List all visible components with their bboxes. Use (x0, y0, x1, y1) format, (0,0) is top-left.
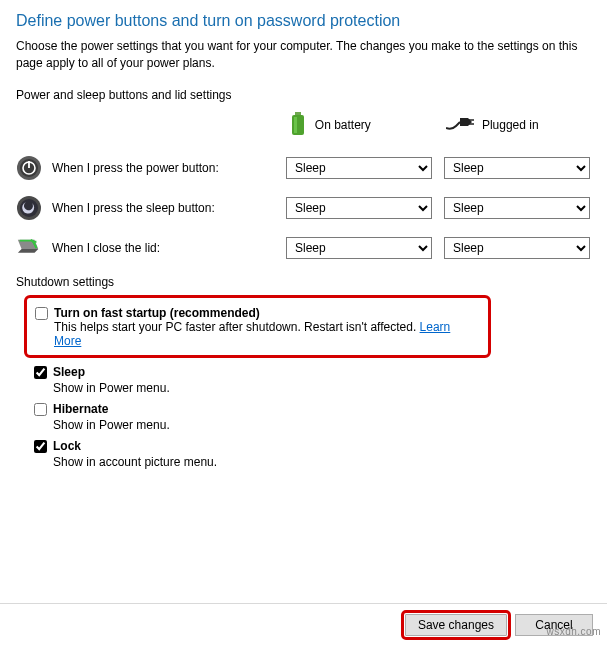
sleep-sub: Show in Power menu. (16, 381, 591, 399)
sleep-button-battery-select[interactable]: Sleep (286, 197, 432, 219)
power-button-plugged-select[interactable]: Sleep (444, 157, 590, 179)
power-button-icon (16, 155, 42, 181)
svg-rect-0 (295, 112, 301, 115)
row-lid-label: When I close the lid: (52, 241, 160, 255)
sleep-label: Sleep (53, 365, 85, 379)
shutdown-settings-label: Shutdown settings (16, 275, 591, 289)
sleep-button-plugged-select[interactable]: Sleep (444, 197, 590, 219)
save-changes-button[interactable]: Save changes (405, 614, 507, 636)
lid-plugged-select[interactable]: Sleep (444, 237, 590, 259)
power-button-battery-select[interactable]: Sleep (286, 157, 432, 179)
column-battery: On battery (289, 112, 434, 139)
section-label: Power and sleep buttons and lid settings (16, 88, 591, 102)
column-headers: On battery Plugged in (16, 112, 591, 139)
lock-sub: Show in account picture menu. (16, 455, 591, 473)
row-sleep-button-label: When I press the sleep button: (52, 201, 215, 215)
lid-icon (16, 235, 42, 261)
column-plugged: Plugged in (446, 116, 591, 135)
fast-startup-checkbox[interactable] (35, 307, 48, 320)
lock-checkbox[interactable] (34, 440, 47, 453)
hibernate-checkbox[interactable] (34, 403, 47, 416)
hibernate-sub: Show in Power menu. (16, 418, 591, 436)
hibernate-label: Hibernate (53, 402, 108, 416)
column-plugged-label: Plugged in (482, 118, 539, 132)
lock-label: Lock (53, 439, 81, 453)
column-battery-label: On battery (315, 118, 371, 132)
page-title: Define power buttons and turn on passwor… (16, 12, 591, 30)
row-power-button: When I press the power button: Sleep Sle… (16, 155, 591, 181)
row-sleep-button: When I press the sleep button: Sleep Sle… (16, 195, 591, 221)
battery-icon (289, 112, 307, 139)
sleep-button-icon (16, 195, 42, 221)
page-description: Choose the power settings that you want … (16, 38, 591, 72)
fast-startup-highlight: Turn on fast startup (recommended) This … (24, 295, 491, 358)
plug-icon (446, 116, 474, 135)
watermark: wsxdh.com (546, 626, 601, 637)
svg-rect-1 (292, 115, 304, 135)
footer: Save changes Cancel (0, 604, 607, 648)
lid-battery-select[interactable]: Sleep (286, 237, 432, 259)
row-power-button-label: When I press the power button: (52, 161, 219, 175)
fast-startup-sub: This helps start your PC faster after sh… (54, 320, 480, 348)
row-lid: When I close the lid: Sleep Sleep (16, 235, 591, 261)
svg-rect-2 (294, 117, 297, 133)
sleep-checkbox[interactable] (34, 366, 47, 379)
fast-startup-label: Turn on fast startup (recommended) (54, 306, 480, 320)
